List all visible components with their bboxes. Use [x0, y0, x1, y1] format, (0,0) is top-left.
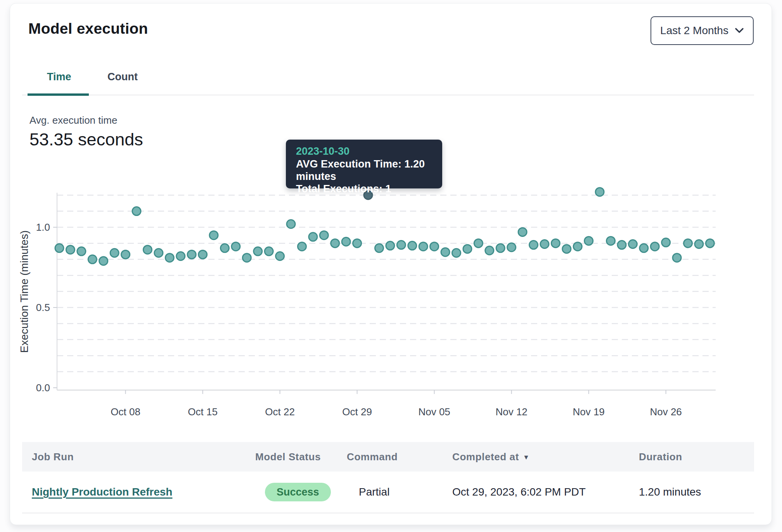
completed-at-cell: Oct 29, 2023, 6:02 PM PDT: [448, 486, 634, 498]
status-badge: Success: [265, 483, 331, 501]
chevron-down-icon: [735, 28, 744, 34]
date-range-value: Last 2 Months: [660, 24, 728, 37]
col-header-job-run[interactable]: Job Run: [32, 451, 255, 463]
tooltip-avg-line: AVG Execution Time: 1.20 minutes: [296, 158, 442, 183]
job-run-link[interactable]: Nightly Production Refresh: [32, 486, 172, 498]
avg-execution-time-value: 53.35 seconds: [29, 130, 143, 150]
tooltip-total-line: Total Executions: 1: [296, 183, 442, 195]
chart-tooltip: 2023-10-30 AVG Execution Time: 1.20 minu…: [286, 140, 442, 188]
active-tab-underline: [28, 93, 89, 96]
col-header-duration[interactable]: Duration: [634, 451, 754, 463]
col-header-completed-at[interactable]: Completed at▼: [448, 451, 634, 463]
table-row: Nightly Production Refresh Success Parti…: [22, 472, 754, 513]
tooltip-date: 2023-10-30: [296, 145, 442, 158]
page-title: Model execution: [28, 20, 148, 37]
date-range-dropdown[interactable]: Last 2 Months: [651, 16, 754, 45]
command-cell: Partial: [347, 486, 448, 498]
col-header-command[interactable]: Command: [347, 451, 448, 463]
col-header-model-status[interactable]: Model Status: [255, 451, 347, 463]
avg-execution-time-label: Avg. execution time: [29, 114, 117, 126]
tab-count[interactable]: Count: [107, 71, 138, 83]
tabs-divider: [22, 95, 754, 95]
page: Model execution Last 2 Months Time Count…: [0, 0, 782, 532]
sort-desc-icon: ▼: [523, 454, 529, 461]
tab-time[interactable]: Time: [47, 71, 71, 83]
duration-cell: 1.20 minutes: [634, 486, 754, 498]
table-header: Job Run Model Status Command Completed a…: [22, 442, 754, 472]
